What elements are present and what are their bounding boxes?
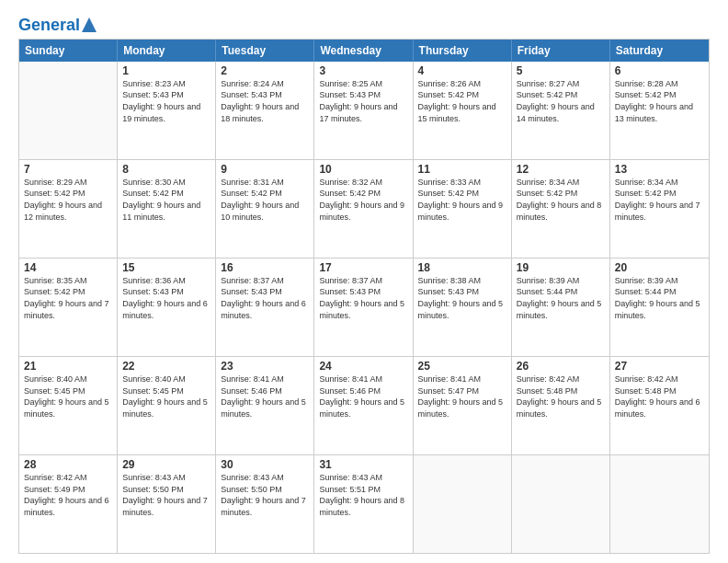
cell-info: Sunrise: 8:40 AMSunset: 5:45 PMDaylight:… [122,373,210,419]
calendar-cell: 6Sunrise: 8:28 AMSunset: 5:42 PMDaylight… [610,62,709,159]
cell-info: Sunrise: 8:36 AMSunset: 5:43 PMDaylight:… [122,275,210,321]
calendar-cell: 20Sunrise: 8:39 AMSunset: 5:44 PMDayligh… [610,259,709,356]
cell-info: Sunrise: 8:35 AMSunset: 5:42 PMDaylight:… [24,275,112,321]
day-number: 31 [319,458,407,471]
day-number: 3 [319,64,407,77]
cell-info: Sunrise: 8:24 AMSunset: 5:43 PMDaylight:… [221,78,309,124]
calendar-cell: 5Sunrise: 8:27 AMSunset: 5:42 PMDaylight… [512,62,610,159]
header-day-thursday: Thursday [414,40,512,62]
cell-info: Sunrise: 8:34 AMSunset: 5:42 PMDaylight:… [517,177,605,223]
cell-info: Sunrise: 8:40 AMSunset: 5:45 PMDaylight:… [24,373,112,419]
day-number: 6 [615,64,704,77]
svg-marker-0 [82,17,97,32]
cell-info: Sunrise: 8:42 AMSunset: 5:48 PMDaylight:… [615,373,704,419]
header-day-wednesday: Wednesday [314,40,413,62]
header-day-friday: Friday [512,40,610,62]
calendar-cell: 7Sunrise: 8:29 AMSunset: 5:42 PMDaylight… [19,160,118,258]
cell-info: Sunrise: 8:38 AMSunset: 5:43 PMDaylight:… [418,275,506,321]
calendar-cell: 31Sunrise: 8:43 AMSunset: 5:51 PMDayligh… [314,455,413,553]
day-number: 9 [221,163,309,176]
calendar-cell: 10Sunrise: 8:32 AMSunset: 5:42 PMDayligh… [314,160,413,258]
cell-info: Sunrise: 8:43 AMSunset: 5:51 PMDaylight:… [319,472,407,518]
cell-info: Sunrise: 8:37 AMSunset: 5:43 PMDaylight:… [221,275,309,321]
calendar-cell: 13Sunrise: 8:34 AMSunset: 5:42 PMDayligh… [610,160,709,258]
calendar-cell: 18Sunrise: 8:38 AMSunset: 5:43 PMDayligh… [414,259,512,356]
day-number: 26 [517,360,605,373]
calendar: SundayMondayTuesdayWednesdayThursdayFrid… [18,39,710,554]
header-day-saturday: Saturday [610,40,709,62]
day-number: 30 [221,458,309,471]
day-number: 23 [221,360,309,373]
calendar-cell: 24Sunrise: 8:41 AMSunset: 5:46 PMDayligh… [314,357,413,454]
calendar-cell: 11Sunrise: 8:33 AMSunset: 5:42 PMDayligh… [414,160,512,258]
day-number: 8 [122,163,210,176]
page: General SundayMondayTuesdayWednesdayThur… [0,0,728,563]
calendar-cell: 16Sunrise: 8:37 AMSunset: 5:43 PMDayligh… [216,259,314,356]
day-number: 29 [122,458,210,471]
cell-info: Sunrise: 8:39 AMSunset: 5:44 PMDaylight:… [517,275,605,321]
day-number: 12 [517,163,605,176]
calendar-cell: 30Sunrise: 8:43 AMSunset: 5:50 PMDayligh… [216,455,314,553]
calendar-cell: 25Sunrise: 8:41 AMSunset: 5:47 PMDayligh… [414,357,512,454]
day-number: 20 [615,261,704,274]
day-number: 24 [319,360,407,373]
calendar-cell: 22Sunrise: 8:40 AMSunset: 5:45 PMDayligh… [118,357,216,454]
calendar-cell: 26Sunrise: 8:42 AMSunset: 5:48 PMDayligh… [512,357,610,454]
cell-info: Sunrise: 8:26 AMSunset: 5:42 PMDaylight:… [418,78,506,124]
logo-text: General [18,17,80,35]
day-number: 11 [418,163,506,176]
day-number: 28 [24,458,112,471]
calendar-cell [414,455,512,553]
day-number: 27 [615,360,704,373]
day-number: 14 [24,261,112,274]
cell-info: Sunrise: 8:27 AMSunset: 5:42 PMDaylight:… [517,78,605,124]
calendar-cell: 28Sunrise: 8:42 AMSunset: 5:49 PMDayligh… [19,455,118,553]
cell-info: Sunrise: 8:41 AMSunset: 5:47 PMDaylight:… [418,373,506,419]
calendar-week-3: 14Sunrise: 8:35 AMSunset: 5:42 PMDayligh… [19,258,709,356]
calendar-cell: 9Sunrise: 8:31 AMSunset: 5:42 PMDaylight… [216,160,314,258]
header-day-tuesday: Tuesday [216,40,314,62]
cell-info: Sunrise: 8:28 AMSunset: 5:42 PMDaylight:… [615,78,704,124]
day-number: 4 [418,64,506,77]
day-number: 1 [122,64,210,77]
cell-info: Sunrise: 8:25 AMSunset: 5:43 PMDaylight:… [319,78,407,124]
cell-info: Sunrise: 8:31 AMSunset: 5:42 PMDaylight:… [221,177,309,223]
day-number: 5 [517,64,605,77]
calendar-cell: 17Sunrise: 8:37 AMSunset: 5:43 PMDayligh… [314,259,413,356]
cell-info: Sunrise: 8:33 AMSunset: 5:42 PMDaylight:… [418,177,506,223]
calendar-cell: 3Sunrise: 8:25 AMSunset: 5:43 PMDaylight… [314,62,413,159]
logo-icon [82,17,97,32]
cell-info: Sunrise: 8:41 AMSunset: 5:46 PMDaylight:… [221,373,309,419]
calendar-week-4: 21Sunrise: 8:40 AMSunset: 5:45 PMDayligh… [19,356,709,454]
day-number: 16 [221,261,309,274]
header: General [18,17,710,31]
day-number: 2 [221,64,309,77]
calendar-cell: 15Sunrise: 8:36 AMSunset: 5:43 PMDayligh… [118,259,216,356]
cell-info: Sunrise: 8:37 AMSunset: 5:43 PMDaylight:… [319,275,407,321]
cell-info: Sunrise: 8:32 AMSunset: 5:42 PMDaylight:… [319,177,407,223]
calendar-cell: 1Sunrise: 8:23 AMSunset: 5:43 PMDaylight… [118,62,216,159]
calendar-cell [610,455,709,553]
cell-info: Sunrise: 8:30 AMSunset: 5:42 PMDaylight:… [122,177,210,223]
calendar-cell [512,455,610,553]
cell-info: Sunrise: 8:43 AMSunset: 5:50 PMDaylight:… [221,472,309,518]
day-number: 22 [122,360,210,373]
cell-info: Sunrise: 8:41 AMSunset: 5:46 PMDaylight:… [319,373,407,419]
day-number: 19 [517,261,605,274]
day-number: 10 [319,163,407,176]
day-number: 7 [24,163,112,176]
logo: General [18,17,97,31]
calendar-cell: 21Sunrise: 8:40 AMSunset: 5:45 PMDayligh… [19,357,118,454]
calendar-cell [19,62,118,159]
calendar-cell: 4Sunrise: 8:26 AMSunset: 5:42 PMDaylight… [414,62,512,159]
header-day-monday: Monday [118,40,216,62]
cell-info: Sunrise: 8:34 AMSunset: 5:42 PMDaylight:… [615,177,704,223]
cell-info: Sunrise: 8:42 AMSunset: 5:48 PMDaylight:… [517,373,605,419]
calendar-cell: 27Sunrise: 8:42 AMSunset: 5:48 PMDayligh… [610,357,709,454]
cell-info: Sunrise: 8:29 AMSunset: 5:42 PMDaylight:… [24,177,112,223]
header-day-sunday: Sunday [19,40,118,62]
calendar-cell: 14Sunrise: 8:35 AMSunset: 5:42 PMDayligh… [19,259,118,356]
calendar-header: SundayMondayTuesdayWednesdayThursdayFrid… [19,40,709,62]
calendar-cell: 8Sunrise: 8:30 AMSunset: 5:42 PMDaylight… [118,160,216,258]
day-number: 15 [122,261,210,274]
